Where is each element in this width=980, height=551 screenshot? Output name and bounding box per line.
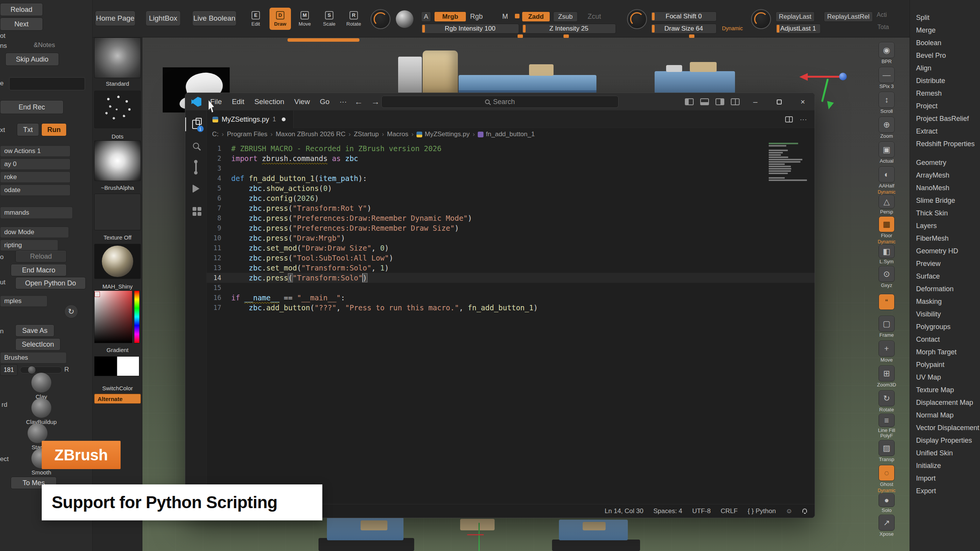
alpha-thumbnail[interactable] bbox=[94, 140, 141, 181]
replay-last-button[interactable]: ReplayLast bbox=[776, 11, 815, 22]
left-panel-ay-0[interactable]: ay 0 bbox=[0, 158, 70, 170]
menu-item-texture-map[interactable]: Texture Map bbox=[910, 384, 980, 396]
menu-item-export[interactable]: Export bbox=[910, 485, 980, 497]
source-control-icon[interactable] bbox=[185, 156, 207, 178]
draw-size-slider[interactable]: Draw Size 64 bbox=[651, 24, 717, 34]
menu-item-arraymesh[interactable]: ArrayMesh bbox=[910, 169, 980, 182]
menu-item-uv-map[interactable]: UV Map bbox=[910, 371, 980, 384]
gizmo-x-axis[interactable] bbox=[807, 76, 840, 78]
material-mah-shiny-thumbnail[interactable] bbox=[94, 244, 141, 279]
menu-go[interactable]: Go bbox=[315, 95, 334, 108]
color-picker-saturation[interactable] bbox=[94, 290, 132, 343]
left-panel-dow-mode[interactable]: dow Mode bbox=[0, 227, 69, 238]
feedback-icon[interactable]: ☺ bbox=[786, 507, 792, 515]
scroll-icon[interactable]: ↕ bbox=[879, 92, 895, 108]
adjust-last-slider[interactable]: AdjustLast 1 bbox=[776, 24, 821, 34]
slider-handle[interactable] bbox=[518, 34, 523, 38]
toggle-primary-sidebar-icon[interactable] bbox=[685, 98, 694, 105]
menu-item-geometry-hd[interactable]: Geometry HD bbox=[910, 245, 980, 258]
left-panel-next[interactable]: Next bbox=[0, 18, 43, 31]
texture-off-thumbnail[interactable] bbox=[94, 194, 141, 230]
left-panel-item[interactable]: ↻ bbox=[64, 305, 78, 318]
left-panel-odate[interactable]: odate bbox=[0, 184, 70, 196]
lightbox-button[interactable]: LightBox bbox=[145, 11, 181, 26]
left-panel-reload[interactable]: Reload bbox=[0, 3, 43, 16]
menu-view[interactable]: View bbox=[289, 95, 315, 108]
shelf-l-sym[interactable]: Dynamic◧L.Sym bbox=[868, 240, 905, 264]
command-center-search[interactable]: Search bbox=[381, 96, 619, 108]
menu-item-layers[interactable]: Layers bbox=[910, 220, 980, 232]
menu-item-project-basrelief[interactable]: Project BasRelief bbox=[910, 112, 980, 125]
left-panel-mmands[interactable]: mmands bbox=[0, 207, 73, 219]
shelf-persp[interactable]: Dynamic△Persp bbox=[868, 190, 905, 215]
menu-item-contact[interactable]: Contact bbox=[910, 333, 980, 346]
stroke-picker-icon[interactable] bbox=[371, 9, 390, 29]
item-icon[interactable]: “ bbox=[879, 294, 895, 310]
menu-item[interactable]: ··· bbox=[335, 95, 352, 108]
gizmo-y-axis[interactable] bbox=[821, 78, 829, 102]
left-panel-end-macro[interactable]: End Macro bbox=[11, 264, 67, 276]
breadcrumb[interactable]: C:›Program Files›Maxon ZBrush 2026 RC›ZS… bbox=[212, 128, 815, 140]
menu-edit[interactable]: Edit bbox=[227, 95, 250, 108]
menu-item-distribute[interactable]: Distribute bbox=[910, 75, 980, 87]
line-fill-polyf-icon[interactable]: ≡ bbox=[879, 414, 895, 427]
menu-item-import[interactable]: Import bbox=[910, 472, 980, 485]
menu-item-normal-map[interactable]: Normal Map bbox=[910, 409, 980, 422]
secondary-color-swatch[interactable] bbox=[117, 356, 139, 376]
breadcrumb-item-fn-add-button-1[interactable]: fn_add_button_1 bbox=[478, 130, 535, 138]
shelf-ghost[interactable]: ◌Ghost bbox=[868, 463, 905, 488]
shelf-spix-3[interactable]: —SPix 3 bbox=[868, 65, 905, 90]
brush-standard-thumbnail[interactable] bbox=[94, 37, 141, 78]
shelf-frame[interactable]: ▢Frame bbox=[868, 314, 905, 339]
shelf-aahalf[interactable]: ◐AAHalf bbox=[868, 165, 905, 190]
shelf-zoom3d[interactable]: ⊞Zoom3D bbox=[868, 364, 905, 389]
shelf-line-fill-polyf[interactable]: ≡Line Fill PolyF bbox=[868, 414, 905, 439]
menu-item-polypaint[interactable]: Polypaint bbox=[910, 359, 980, 371]
menu-item-initialize[interactable]: Initialize bbox=[910, 460, 980, 472]
back-arrow-icon[interactable]: ← bbox=[354, 97, 363, 107]
menu-item-slime-bridge[interactable]: Slime Bridge bbox=[910, 194, 980, 207]
customize-layout-icon[interactable] bbox=[731, 98, 740, 105]
status-indentation[interactable]: Spaces: 4 bbox=[653, 507, 683, 515]
left-panel-181[interactable]: 181 bbox=[0, 364, 18, 376]
shelf-xpose[interactable]: ↗Xpose bbox=[868, 513, 905, 538]
left-panel-selecticon[interactable]: SelectIcon bbox=[15, 338, 60, 350]
close-button[interactable]: × bbox=[791, 93, 815, 111]
shelf-gxyz[interactable]: ⊙Gxyz bbox=[868, 264, 905, 289]
shelf-transp[interactable]: ▨Transp bbox=[868, 439, 905, 463]
shelf-bpr[interactable]: ◉BPR bbox=[868, 41, 905, 65]
a-toggle[interactable]: A bbox=[421, 11, 431, 22]
left-panel-brushes[interactable]: Brushes bbox=[0, 352, 67, 364]
menu-item-displacement-map[interactable]: Displacement Map bbox=[910, 396, 980, 409]
breadcrumb-item-macros[interactable]: Macros bbox=[387, 130, 408, 138]
color-picker-cursor-icon[interactable] bbox=[95, 292, 100, 297]
frame-icon[interactable]: ▢ bbox=[879, 316, 895, 332]
menu-item-split[interactable]: Split bbox=[910, 11, 980, 24]
rgb-button[interactable]: Rgb bbox=[470, 13, 483, 21]
menu-item-fibermesh[interactable]: FiberMesh bbox=[910, 232, 980, 245]
left-panel-roke[interactable]: roke bbox=[0, 171, 70, 183]
menu-item-display-properties[interactable]: Display Properties bbox=[910, 434, 980, 447]
menu-item-visibility[interactable]: Visibility bbox=[910, 308, 980, 321]
zoom3d-icon[interactable]: ⊞ bbox=[879, 365, 895, 381]
solo-icon[interactable]: ● bbox=[879, 493, 895, 507]
toggle-secondary-sidebar-icon[interactable] bbox=[715, 98, 724, 105]
slider-knob[interactable] bbox=[28, 366, 36, 374]
search-sidebar-icon[interactable] bbox=[185, 135, 207, 156]
move-icon[interactable]: + bbox=[879, 341, 895, 357]
menu-selection[interactable]: Selection bbox=[249, 95, 289, 108]
menu-item-unified-skin[interactable]: Unified Skin bbox=[910, 447, 980, 460]
main-color-swatch[interactable] bbox=[94, 356, 117, 376]
tab-myzsettings[interactable]: MyZSettings.py 1 bbox=[207, 111, 294, 128]
focal-shift-slider[interactable]: Focal Shift 0 bbox=[651, 11, 717, 21]
replay-last-rel-button[interactable]: ReplayLastRel bbox=[824, 11, 873, 22]
left-panel-ripting[interactable]: ripting bbox=[0, 240, 58, 251]
left-panel-txt[interactable]: Txt bbox=[17, 123, 39, 136]
menu-item-masking[interactable]: Masking bbox=[910, 295, 980, 308]
tool-edit[interactable]: EEdit bbox=[245, 8, 266, 30]
left-panel-skip-audio[interactable]: Skip Audio bbox=[5, 53, 59, 66]
toggle-panel-icon[interactable] bbox=[700, 98, 709, 105]
rgb-intensity-slider[interactable]: Rgb Intensity 100 bbox=[421, 24, 519, 34]
code-editor[interactable]: 1# ZBRUSH MACRO - Recorded in ZBrush ver… bbox=[207, 140, 815, 504]
menu-item-polygroups[interactable]: Polygroups bbox=[910, 321, 980, 333]
